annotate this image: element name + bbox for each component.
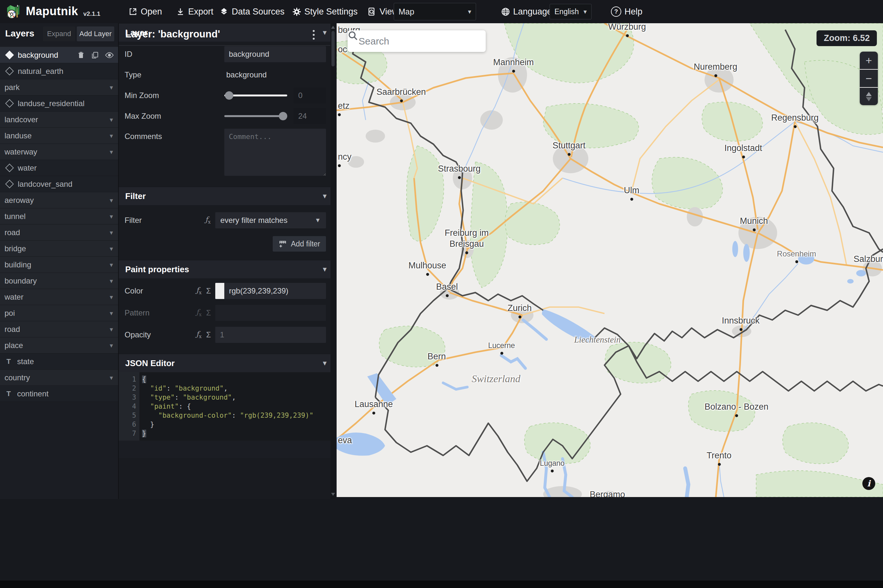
export-button[interactable]: Export: [176, 0, 213, 23]
sidebar-item-building[interactable]: building▾: [0, 257, 118, 273]
editor-scrollbar[interactable]: [330, 23, 336, 499]
layer-label: water: [18, 164, 37, 172]
json-code-line[interactable]: }: [142, 429, 336, 438]
opacity-field[interactable]: [215, 327, 326, 343]
json-code-line[interactable]: "id": "background",: [142, 384, 336, 393]
section-json-header[interactable]: JSON Editor ▼: [119, 354, 336, 372]
sidebar-item-water[interactable]: water: [0, 160, 118, 176]
sigma-icon[interactable]: Σ: [206, 330, 211, 339]
fx-icon[interactable]: ƒx: [196, 330, 202, 339]
filter-combiner-select[interactable]: every filter matches ▼: [215, 212, 326, 228]
editor-empty-area: [119, 458, 336, 499]
sidebar-item-water[interactable]: water▾: [0, 289, 118, 305]
language-select[interactable]: English ▾: [550, 0, 592, 23]
add-filter-button[interactable]: Add filter: [273, 236, 326, 252]
delete-layer-icon[interactable]: [77, 51, 84, 59]
json-code-lines[interactable]: { "id": "background", "type": "backgroun…: [140, 372, 336, 441]
city-dot-icon: [714, 74, 717, 77]
style-settings-button[interactable]: Style Settings: [292, 0, 357, 23]
map-search[interactable]: [348, 30, 486, 52]
city-dot-icon: [400, 99, 403, 102]
sidebar-item-waterway[interactable]: waterway▾: [0, 144, 118, 160]
sidebar-item-tunnel[interactable]: tunnel▾: [0, 208, 118, 225]
sidebar-item-landuse_residential[interactable]: landuse_residential: [0, 96, 118, 112]
expand-button[interactable]: Expand: [43, 27, 75, 41]
view-select[interactable]: Map ▾: [394, 0, 476, 23]
color-swatch[interactable]: [215, 283, 224, 299]
json-code-line[interactable]: "paint": {: [142, 402, 336, 411]
sidebar-item-landcover_sand[interactable]: landcover_sand: [0, 176, 118, 192]
min-zoom-slider[interactable]: [224, 91, 287, 100]
max-zoom-value[interactable]: 24: [294, 108, 326, 124]
sidebar-item-park[interactable]: park▾: [0, 80, 118, 96]
layer-label: landcover: [5, 115, 38, 124]
editor-title: Layer: 'background': [125, 28, 220, 40]
section-json-title: JSON Editor: [125, 358, 174, 368]
json-editor[interactable]: 1234567 { "id": "background", "type": "b…: [119, 372, 336, 441]
sigma-icon[interactable]: Σ: [206, 286, 211, 296]
sidebar-item-road[interactable]: road▾: [0, 225, 118, 241]
section-filter-header[interactable]: Filter ▼: [119, 187, 336, 205]
sigma-icon: Σ: [206, 308, 211, 317]
language-menu[interactable]: Language: [501, 0, 552, 23]
min-zoom-value[interactable]: 0: [294, 87, 326, 104]
sidebar-item-continent[interactable]: Tcontinent: [0, 386, 118, 402]
section-paint-header[interactable]: Paint properties ▼: [119, 260, 336, 278]
city-dot-icon: [735, 414, 738, 417]
map-canvas[interactable]: bourgocWürzburgMannheimNurembergSaarbrüc…: [336, 23, 883, 497]
sidebar-item-background[interactable]: background: [0, 47, 118, 63]
sidebar-item-boundary[interactable]: boundary▾: [0, 273, 118, 289]
kebab-menu-icon[interactable]: [308, 28, 320, 41]
visibility-eye-icon[interactable]: [105, 52, 114, 58]
attribution-info-button[interactable]: i: [862, 477, 875, 490]
view-select-value: Map: [399, 7, 414, 16]
compass-button[interactable]: [860, 88, 878, 105]
scroll-down-icon[interactable]: [331, 493, 335, 496]
json-code-line[interactable]: }: [142, 420, 336, 429]
search-input[interactable]: [358, 36, 486, 47]
sidebar-item-landcover[interactable]: landcover▾: [0, 112, 118, 128]
layer-label: landuse_residential: [18, 99, 84, 108]
scrollbar-thumb[interactable]: [332, 31, 335, 66]
help-button[interactable]: ? Help: [611, 0, 643, 23]
layer-label: country: [5, 373, 30, 382]
pattern-field: [215, 305, 326, 321]
app-title: Maputnik: [26, 4, 78, 18]
sidebar-item-poi[interactable]: poi▾: [0, 305, 118, 321]
sidebar-item-aeroway[interactable]: aeroway▾: [0, 192, 118, 208]
map-label: Bolzano - Bozen: [704, 402, 769, 412]
map-label: Stuttgart: [553, 140, 586, 151]
map-label: Freiburg im Breisgau: [445, 228, 489, 250]
json-code-line[interactable]: {: [142, 375, 336, 384]
sidebar-item-state[interactable]: Tstate: [0, 354, 118, 370]
fx-icon[interactable]: ƒx: [205, 216, 211, 225]
map-label: Mannheim: [493, 57, 534, 68]
sidebar-item-landuse[interactable]: landuse▾: [0, 128, 118, 144]
json-code-line[interactable]: "type": "background",: [142, 393, 336, 402]
max-zoom-slider[interactable]: [224, 112, 287, 120]
sidebar-item-natural_earth[interactable]: natural_earth: [0, 63, 118, 80]
color-field[interactable]: [224, 283, 326, 299]
comments-field[interactable]: [224, 129, 326, 176]
open-icon: [128, 7, 138, 16]
open-label: Open: [141, 7, 162, 17]
sidebar-item-country[interactable]: country▾: [0, 370, 118, 386]
json-code-line[interactable]: "background-color": "rgb(239,239,239)": [142, 411, 336, 420]
layer-label: aeroway: [5, 196, 34, 205]
city-dot-icon: [466, 251, 468, 254]
add-layer-button[interactable]: Add Layer: [77, 27, 114, 41]
duplicate-layer-icon[interactable]: [91, 51, 99, 59]
map-label: Ingolstadt: [724, 143, 762, 154]
data-sources-icon: [219, 7, 228, 16]
fx-icon[interactable]: ƒx: [196, 286, 202, 296]
sidebar-item-place[interactable]: place▾: [0, 338, 118, 354]
zoom-out-button[interactable]: −: [860, 70, 878, 88]
map-label: Lausanne: [355, 399, 393, 410]
data-sources-button[interactable]: Data Sources: [219, 0, 285, 23]
scroll-up-icon[interactable]: [331, 26, 335, 29]
sidebar-item-bridge[interactable]: bridge▾: [0, 241, 118, 257]
id-field[interactable]: [224, 46, 326, 62]
sidebar-item-road[interactable]: road▾: [0, 321, 118, 338]
open-button[interactable]: Open: [128, 0, 162, 23]
zoom-in-button[interactable]: +: [860, 52, 878, 70]
